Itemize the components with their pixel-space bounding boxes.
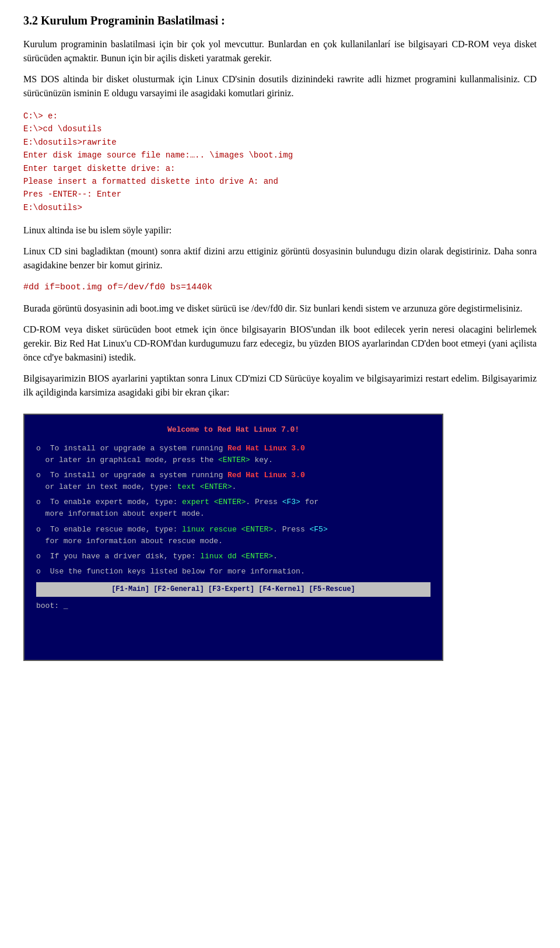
paragraph-1: Kurulum programinin baslatilmasi için bi…: [23, 37, 537, 65]
boot-screen-container: Welcome to Red Hat Linux 7.0! o To insta…: [23, 414, 443, 661]
dd-command: #dd if=boot.img of=/dev/fd0 bs=1440k: [23, 279, 537, 295]
paragraph-3: Linux altinda ise bu islem söyle yapilir…: [23, 223, 537, 237]
paragraph-6: CD-ROM veya disket sürücüden boot etmek …: [23, 323, 537, 365]
paragraph-7: Bilgisayarimizin BIOS ayarlarini yaptikt…: [23, 372, 537, 400]
boot-screen: Welcome to Red Hat Linux 7.0! o To insta…: [24, 415, 442, 660]
screen-item-3: o To enable expert mode, type: expert <E…: [36, 496, 430, 520]
screen-item-6: o Use the function keys listed below for…: [36, 566, 430, 578]
section-heading: 3.2 Kurulum Programinin Baslatilmasi :: [23, 12, 537, 29]
screen-item-4: o To enable rescue mode, type: linux res…: [36, 524, 430, 547]
paragraph-2: MS DOS altinda bir disket olusturmak içi…: [23, 72, 537, 100]
dos-code-block: C:\> e: E:\>cd \dosutils E:\dosutils>raw…: [23, 110, 537, 214]
screen-item-2: o To install or upgrade a system running…: [36, 470, 430, 493]
paragraph-5: Burada görüntü dosyasinin adi boot.img v…: [23, 302, 537, 316]
screen-item-5: o If you have a driver disk, type: linux…: [36, 551, 430, 562]
paragraph-4: Linux CD sini bagladiktan (mount) sonra …: [23, 244, 537, 272]
screen-item-1: o To install or upgrade a system running…: [36, 443, 430, 466]
screen-title: Welcome to Red Hat Linux 7.0!: [36, 424, 430, 436]
fkey-bar: [F1-Main] [F2-General] [F3-Expert] [F4-K…: [36, 582, 430, 597]
boot-prompt: boot: _: [36, 600, 430, 612]
